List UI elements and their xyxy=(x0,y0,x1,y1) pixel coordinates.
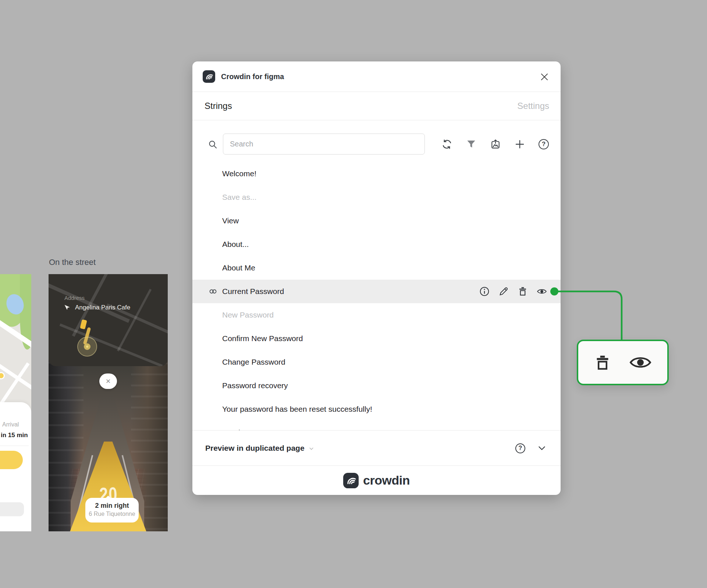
sync-icon[interactable] xyxy=(441,139,452,150)
preview-mode-selector[interactable]: Preview in duplicated page xyxy=(205,431,315,466)
string-label: Confirm New Password xyxy=(222,327,561,350)
add-string-icon[interactable] xyxy=(514,139,525,150)
close-plugin-button[interactable] xyxy=(539,71,550,83)
string-label: Your password has been reset successfull… xyxy=(222,397,561,421)
chevron-down-icon[interactable] xyxy=(537,443,547,453)
direction-subtitle: 6 Rue Tiquetonne xyxy=(85,511,139,517)
delete-icon[interactable] xyxy=(517,286,528,297)
taxi-marker xyxy=(0,372,5,379)
arrival-label: Arrival xyxy=(2,421,19,428)
string-row[interactable]: Send xyxy=(192,421,561,430)
string-row[interactable]: About Me xyxy=(192,256,561,280)
frame-label: On the street xyxy=(49,258,96,267)
link-icon xyxy=(209,287,217,296)
minimap-card: Address Angelina Paris Cafe xyxy=(49,274,168,366)
ride-details-frame: Arrival in 15 min xyxy=(0,274,31,531)
delete-icon[interactable] xyxy=(593,353,612,372)
footer-actions: ? xyxy=(515,431,547,466)
string-label: Save as... xyxy=(222,185,561,209)
on-the-street-frame: 20 Address Angelina Paris Cafe ✕ 2 min r… xyxy=(49,274,168,531)
location-ring xyxy=(77,337,97,357)
plugin-tabs: Strings Settings xyxy=(192,92,561,120)
string-label: Change Password xyxy=(222,350,561,374)
crowdin-wordmark: crowdin xyxy=(363,473,410,488)
string-label: About Me xyxy=(222,256,561,280)
search-input[interactable] xyxy=(223,134,425,155)
actions-popup xyxy=(577,340,669,385)
string-row[interactable]: About... xyxy=(192,233,561,256)
preview-mode-label: Preview in duplicated page xyxy=(205,444,305,453)
export-image-icon[interactable] xyxy=(490,139,501,150)
minimap-road xyxy=(49,281,130,323)
minimap-road xyxy=(60,323,163,366)
crowdin-logo-icon xyxy=(343,473,359,488)
direction-title: 2 min right xyxy=(85,502,139,510)
toggle-visibility-icon[interactable] xyxy=(629,354,652,371)
string-label: View xyxy=(222,209,561,233)
plugin-title: Crowdin for figma xyxy=(221,61,284,92)
map-road xyxy=(0,351,31,394)
crowdin-logo-icon xyxy=(203,70,215,83)
string-row[interactable]: Save as... xyxy=(192,185,561,209)
string-label: About... xyxy=(222,233,561,256)
divider xyxy=(0,446,29,446)
string-row[interactable]: Password recovery xyxy=(192,374,561,397)
crowdin-brand-footer: crowdin xyxy=(192,465,561,495)
close-ar-button[interactable]: ✕ xyxy=(99,373,117,389)
close-icon xyxy=(540,72,549,82)
chevron-down-icon xyxy=(308,446,315,452)
string-row[interactable]: View xyxy=(192,209,561,233)
address-label: Address xyxy=(64,295,85,301)
direction-card: 2 min right 6 Rue Tiquetonne xyxy=(85,498,139,523)
help-icon[interactable]: ? xyxy=(515,443,525,453)
plugin-footer: Preview in duplicated page ? xyxy=(192,430,561,465)
plugin-header: Crowdin for figma xyxy=(192,61,561,92)
arrival-value: in 15 min xyxy=(1,432,28,439)
crowdin-plugin-window: Crowdin for figma Strings Settings ? xyxy=(192,61,561,495)
string-label: Welcome! xyxy=(222,162,561,185)
filter-icon[interactable] xyxy=(466,139,477,150)
string-row[interactable]: Current Password xyxy=(192,280,561,303)
string-row[interactable]: Change Password xyxy=(192,350,561,374)
address-value: Angelina Paris Cafe xyxy=(75,304,130,311)
string-row[interactable]: Confirm New Password xyxy=(192,327,561,350)
ride-bottom-sheet: Arrival in 15 min xyxy=(0,402,31,531)
navigation-arrow-icon xyxy=(64,304,71,311)
secondary-action-button[interactable] xyxy=(0,502,24,516)
primary-action-button[interactable] xyxy=(0,451,23,469)
close-icon: ✕ xyxy=(106,378,111,385)
string-row[interactable]: Welcome! xyxy=(192,162,561,185)
string-label: Send xyxy=(222,421,561,430)
string-row-actions xyxy=(479,286,547,297)
tab-strings[interactable]: Strings xyxy=(205,101,232,111)
help-icon[interactable]: ? xyxy=(539,139,549,149)
strings-list: Welcome!Save as...ViewAbout...About MeCu… xyxy=(192,162,561,430)
toggle-visibility-icon[interactable] xyxy=(536,286,547,297)
string-row[interactable]: New Password xyxy=(192,303,561,327)
search-icon xyxy=(208,139,218,149)
toolbar: ? xyxy=(441,139,549,150)
string-label: Password recovery xyxy=(222,374,561,397)
edit-icon[interactable] xyxy=(498,286,509,297)
string-label: New Password xyxy=(222,303,561,327)
info-icon[interactable] xyxy=(479,286,490,297)
tab-settings[interactable]: Settings xyxy=(517,101,549,111)
string-row[interactable]: Your password has been reset successfull… xyxy=(192,397,561,421)
